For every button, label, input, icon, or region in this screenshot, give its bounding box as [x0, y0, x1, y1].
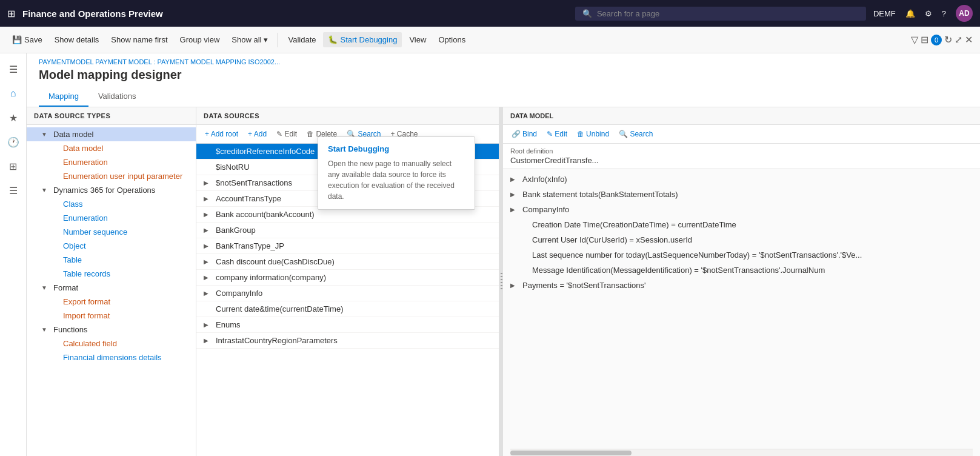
- grid-icon[interactable]: ⊞: [7, 8, 15, 19]
- tree-item-export-format[interactable]: Export format: [27, 295, 196, 309]
- add-root-button[interactable]: + Add root: [201, 127, 242, 141]
- list-item-bank-group[interactable]: ▶ BankGroup: [196, 223, 499, 238]
- tab-mapping[interactable]: Mapping: [39, 87, 88, 107]
- tree-item-d365-root[interactable]: ▼ Dynamics 365 for Operations: [27, 183, 196, 197]
- expand-icon: ▶: [510, 191, 519, 198]
- list-item-label: IntrastatCountryRegionParameters: [216, 336, 338, 345]
- list-item-current-datetime[interactable]: Current date&time(currentDateTime): [196, 301, 499, 317]
- tree-label-number-seq: Number sequence: [63, 227, 127, 236]
- edit-button[interactable]: ✎ Edit: [273, 127, 301, 141]
- tree-item-functions-root[interactable]: ▼ Functions: [27, 323, 196, 337]
- bind-button[interactable]: 🔗 Bind: [508, 127, 541, 141]
- settings-icon[interactable]: ⚙: [925, 9, 932, 18]
- dm-item-axinfo[interactable]: ▶ AxInfo(xInfo): [503, 172, 980, 187]
- tree-item-table-records[interactable]: Table records: [27, 267, 196, 281]
- dm-edit-button[interactable]: ✎ Edit: [543, 127, 571, 141]
- tree-item-enumeration[interactable]: Enumeration: [27, 155, 196, 169]
- list-item-label: Enums: [216, 320, 240, 329]
- start-debugging-tooltip: Start Debugging Open the new page to man…: [318, 136, 475, 210]
- filter-icon[interactable]: ▽: [911, 34, 918, 45]
- notification-icon[interactable]: 🔔: [905, 9, 915, 18]
- view-button[interactable]: View: [404, 32, 431, 47]
- start-debugging-button[interactable]: 🐛 Start Debugging: [323, 32, 402, 47]
- unbind-button[interactable]: 🗑 Unbind: [573, 127, 613, 141]
- expand-icon[interactable]: ⤢: [955, 34, 962, 45]
- chevron-down-icon: ▾: [264, 35, 268, 44]
- list-item-cash-disc[interactable]: ▶ Cash discount due(CashDiscDue): [196, 254, 499, 270]
- dm-item-label: Current User Id(CurUserId) = xSession.us…: [532, 235, 692, 244]
- tab-validations[interactable]: Validations: [88, 87, 146, 107]
- list-item-label: Current date&time(currentDateTime): [216, 304, 343, 314]
- tree-item-class[interactable]: Class: [27, 197, 196, 211]
- show-details-button[interactable]: Show details: [50, 32, 104, 47]
- group-view-button[interactable]: Group view: [175, 32, 225, 47]
- scrollbar-thumb[interactable]: [510, 451, 632, 455]
- expand-icon: ▶: [204, 258, 212, 265]
- add-button[interactable]: + Add: [244, 127, 270, 141]
- show-all-button[interactable]: Show all ▾: [227, 32, 273, 47]
- columns-icon[interactable]: ⊟: [921, 34, 928, 45]
- dm-item-payments[interactable]: ▶ Payments = '$notSentTransactions': [503, 278, 980, 293]
- middle-panel: DATA SOURCES + Add root + Add ✎ Edit 🗑 D…: [196, 107, 499, 456]
- dm-item-label: CompanyInfo: [522, 205, 569, 214]
- dm-item-current-user[interactable]: Current User Id(CurUserId) = xSession.us…: [503, 232, 980, 247]
- page-title: Model mapping designer: [39, 68, 968, 82]
- list-item-bank-trans-type[interactable]: ▶ BankTransType_JP: [196, 238, 499, 254]
- dm-item-msg-id[interactable]: Message Identification(MessageIdentifica…: [503, 263, 980, 278]
- tree-item-enum-user-input[interactable]: Enumeration user input parameter: [27, 169, 196, 183]
- help-icon[interactable]: ?: [942, 9, 946, 18]
- list-item-label: BankGroup: [216, 226, 256, 235]
- list-item-enums[interactable]: ▶ Enums: [196, 317, 499, 333]
- options-button[interactable]: Options: [433, 32, 470, 47]
- tree-item-format-root[interactable]: ▼ Format: [27, 281, 196, 295]
- tooltip-title: Start Debugging: [328, 144, 465, 153]
- sidebar-modules-icon[interactable]: ⊞: [2, 155, 24, 177]
- tree-item-data-model-root[interactable]: ▼ Data model: [27, 127, 196, 141]
- dm-search-button[interactable]: 🔍 Search: [615, 127, 656, 141]
- dm-item-bank-stmt[interactable]: ▶ Bank statement totals(BankStatementTot…: [503, 187, 980, 202]
- tree-item-number-seq[interactable]: Number sequence: [27, 225, 196, 239]
- dm-item-last-seq[interactable]: Last sequence number for today(LastSeque…: [503, 247, 980, 263]
- root-definition-value: CustomerCreditTransfe...: [510, 156, 598, 165]
- tree-item-data-model-child[interactable]: Data model: [27, 141, 196, 155]
- user-avatar[interactable]: AD: [956, 5, 973, 22]
- tree-item-object[interactable]: Object: [27, 239, 196, 253]
- search-input[interactable]: [597, 9, 859, 18]
- close-icon[interactable]: ✕: [965, 34, 973, 45]
- sidebar-star-icon[interactable]: ★: [2, 107, 24, 129]
- sidebar-home-icon[interactable]: ⌂: [2, 82, 24, 104]
- tree-label-object: Object: [63, 241, 86, 250]
- main-toolbar: 💾 Save Show details Show name first Grou…: [0, 27, 980, 53]
- add-root-label: + Add root: [205, 130, 238, 138]
- expand-icon: ▶: [510, 206, 519, 213]
- top-bar-right: DEMF 🔔 ⚙ ? AD: [873, 5, 973, 22]
- tree-item-calculated-field[interactable]: Calculated field: [27, 337, 196, 350]
- content-area: PAYMENTMODEL PAYMENT MODEL : PAYMENT MOD…: [27, 53, 980, 456]
- list-item-label: Bank account(bankAccount): [216, 210, 315, 219]
- tree-item-table[interactable]: Table: [27, 253, 196, 267]
- dm-item-creation-dt[interactable]: Creation Date Time(CreationDateTime) = c…: [503, 217, 980, 232]
- save-button[interactable]: 💾 Save: [7, 32, 47, 47]
- dm-item-company-info[interactable]: ▶ CompanyInfo: [503, 202, 980, 217]
- sidebar-menu-icon[interactable]: ☰: [2, 58, 24, 80]
- drag-handle-dots: [501, 273, 502, 291]
- show-name-first-button[interactable]: Show name first: [106, 32, 172, 47]
- right-panel-header: DATA MODEL: [503, 107, 980, 125]
- list-item-label: CompanyInfo: [216, 289, 262, 298]
- list-item-company-info[interactable]: ▶ company information(company): [196, 270, 499, 286]
- expand-icon: ▶: [204, 195, 212, 202]
- list-item-intrastat[interactable]: ▶ IntrastatCountryRegionParameters: [196, 333, 499, 349]
- sidebar-recent-icon[interactable]: 🕐: [2, 131, 24, 153]
- search-bar[interactable]: 🔍: [575, 7, 866, 21]
- sidebar-list-icon[interactable]: ☰: [2, 179, 24, 201]
- collapse-icon: ▼: [41, 131, 51, 138]
- list-item-company-info2[interactable]: ▶ CompanyInfo: [196, 286, 499, 301]
- tree-item-import-format[interactable]: Import format: [27, 309, 196, 323]
- tree-item-enumeration2[interactable]: Enumeration: [27, 211, 196, 225]
- tree-item-financial-dim[interactable]: Financial dimensions details: [27, 350, 196, 364]
- validate-button[interactable]: Validate: [283, 32, 321, 47]
- dm-item-label: AxInfo(xInfo): [522, 175, 567, 184]
- refresh-icon[interactable]: ↻: [944, 34, 952, 45]
- horizontal-scrollbar[interactable]: [510, 449, 973, 456]
- left-panel: DATA SOURCE TYPES ▼ Data model Data mode…: [27, 107, 196, 456]
